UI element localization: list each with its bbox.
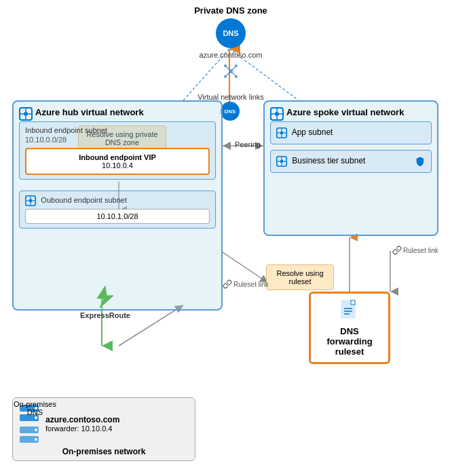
svg-line-16 <box>225 71 231 77</box>
diagram-container: Private DNS zone DNS azure.contoso.com V… <box>0 0 452 476</box>
link-icon-2 <box>392 245 402 255</box>
document-icon <box>316 299 383 325</box>
ruleset-title: DNS forwarding ruleset <box>316 326 383 357</box>
business-subnet: Business tier subnet <box>270 150 432 173</box>
expressroute-label: ExpressRoute <box>80 311 130 319</box>
onprem-text-block: azure.contoso.com forwarder: 10.10.0.4 <box>45 415 119 433</box>
vnet-links-icon <box>223 63 239 79</box>
inbound-vip-ip: 10.10.0.4 <box>32 161 203 170</box>
link-icon-1 <box>223 279 232 289</box>
spoke-vnet-title: Azure spoke virtual network <box>270 107 432 117</box>
svg-rect-52 <box>351 300 355 304</box>
expressroute-container: ExpressRoute <box>80 285 130 319</box>
server-icon-2 <box>18 425 40 444</box>
spoke-vnet: Azure spoke virtual network App subnet <box>263 100 438 236</box>
private-dns-zone: Private DNS zone DNS azure.contoso.com V… <box>190 5 271 101</box>
ruleset-box: DNS forwarding ruleset <box>309 292 390 364</box>
business-subnet-label: Business tier subnet <box>292 156 365 165</box>
svg-point-63 <box>35 438 37 441</box>
app-subnet: App subnet <box>270 121 432 144</box>
svg-point-59 <box>35 416 37 419</box>
hub-vnet: Azure hub virtual network Inbound endpoi… <box>12 100 223 311</box>
ruleset-link-text-2: Ruleset link <box>403 247 438 254</box>
dns-circle: DNS <box>216 18 246 48</box>
onprem-network-label: On-premises network <box>18 447 189 456</box>
hub-dns-badge: DNS <box>221 102 240 121</box>
hub-vnet-title: Azure hub virtual network <box>19 107 216 117</box>
doc-svg <box>340 299 359 321</box>
svg-point-46 <box>280 160 284 163</box>
expressroute-icon <box>92 285 119 309</box>
svg-marker-32 <box>97 286 113 308</box>
ruleset-link-label-1: Ruleset link <box>223 279 269 289</box>
app-subnet-icon <box>276 127 287 138</box>
peering-label: Peering <box>235 140 261 148</box>
svg-point-34 <box>275 112 279 116</box>
inbound-vip-title: Inbound endpoint VIP <box>32 153 203 161</box>
inbound-vip-box: Inbound endpoint VIP 10.10.0.4 <box>25 148 210 175</box>
outbound-subnet-icon <box>25 195 36 206</box>
ruleset-link-text-1: Ruleset link <box>233 281 269 288</box>
resolve-ruleset-box: Resolve using ruleset <box>266 264 334 290</box>
spoke-vnet-icon <box>270 107 284 121</box>
dns-url: azure.contoso.com <box>190 51 271 59</box>
outbound-subnet-title: Oubound endpoint subnet <box>41 196 127 204</box>
svg-point-27 <box>29 199 33 203</box>
onprem-domain: azure.contoso.com <box>45 415 119 424</box>
onprem-dns-label: On-premisesDNS <box>14 400 56 416</box>
onprem-forwarder: forwarder: 10.10.0.4 <box>45 424 119 433</box>
inbound-subnet: Inbound endpoint subnet 10.10.0.0/28 Inb… <box>19 121 216 180</box>
svg-line-5 <box>223 252 268 283</box>
svg-line-18 <box>225 66 231 71</box>
inbound-subnet-title: Inbound endpoint subnet <box>25 126 210 134</box>
outbound-subnet: Oubound endpoint subnet 10.10.1.0/28 <box>19 191 216 229</box>
svg-line-19 <box>231 66 236 71</box>
svg-point-40 <box>280 132 284 135</box>
outbound-ip-box: 10.10.1.0/28 <box>25 209 210 224</box>
ruleset-link-label-2: Ruleset link <box>392 245 438 255</box>
shield-icon <box>415 156 426 167</box>
inbound-subnet-cidr: 10.10.0.0/28 <box>25 136 210 144</box>
business-subnet-icon <box>276 156 287 167</box>
svg-point-62 <box>35 429 37 431</box>
app-subnet-label: App subnet <box>292 127 333 137</box>
private-dns-label: Private DNS zone <box>190 5 271 16</box>
resolve-ruleset-text: Resolve using ruleset <box>276 269 323 285</box>
svg-line-17 <box>231 71 236 77</box>
